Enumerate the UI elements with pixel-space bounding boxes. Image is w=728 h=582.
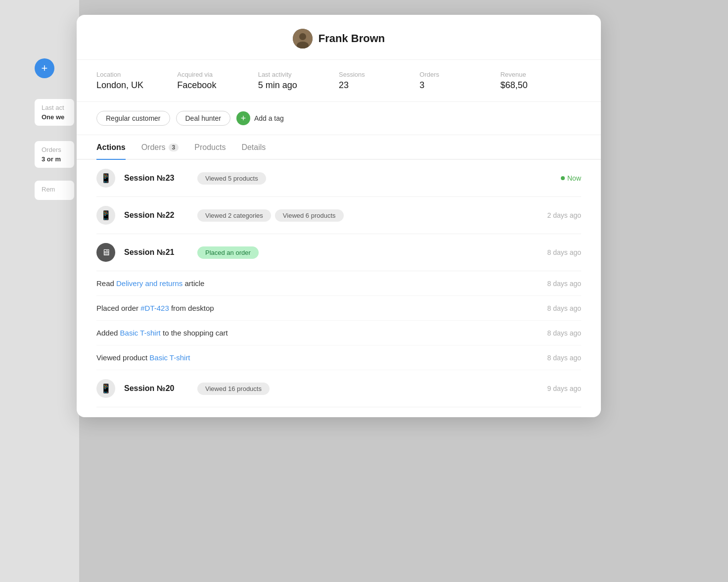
action-row-view: Viewed product Basic T-shirt 8 days ago <box>96 345 581 370</box>
session-22-tags: Viewed 2 categories Viewed 6 products <box>197 209 539 222</box>
session-21-time: 8 days ago <box>547 248 582 256</box>
sessions-value: 23 <box>339 80 419 91</box>
session-22-icon: 📱 <box>96 206 115 225</box>
location-value: London, UK <box>96 80 177 91</box>
stat-revenue: Revenue $68,50 <box>500 71 581 91</box>
cart-link[interactable]: Basic T-shirt <box>120 329 161 337</box>
stat-last-activity: Last activity 5 min ago <box>258 71 339 91</box>
sessions-label: Sessions <box>339 71 419 78</box>
session-21-tag-0: Placed an order <box>197 246 259 259</box>
action-view-time: 8 days ago <box>547 354 582 362</box>
avatar <box>293 29 313 48</box>
sidebar-card2-label: Orders <box>42 146 67 153</box>
action-row-order: Placed order #DT-423 from desktop 8 days… <box>96 296 581 321</box>
session-20-tag-0: Viewed 16 products <box>197 383 270 395</box>
revenue-label: Revenue <box>500 71 581 78</box>
stats-row: Location London, UK Acquired via Faceboo… <box>77 60 601 102</box>
tabs-row: Actions Orders 3 Products Details <box>77 135 601 160</box>
session-23-time: Now <box>561 174 581 182</box>
sessions-list: 📱 Session №23 Viewed 5 products Now 📱 Se… <box>77 160 601 407</box>
acquired-value: Facebook <box>177 80 258 91</box>
stat-acquired: Acquired via Facebook <box>177 71 258 91</box>
action-delivery-text: Read Delivery and returns article <box>96 279 204 288</box>
tab-actions[interactable]: Actions <box>96 135 126 159</box>
session-23-icon: 📱 <box>96 169 115 188</box>
avatar-image <box>293 29 313 48</box>
view-link[interactable]: Basic T-shirt <box>149 353 190 362</box>
session-20-time: 9 days ago <box>547 385 582 392</box>
sidebar-card-1: Last act One we <box>35 99 74 126</box>
last-activity-value: 5 min ago <box>258 80 339 91</box>
action-delivery-time: 8 days ago <box>547 280 582 288</box>
session-20-tags: Viewed 16 products <box>197 383 539 395</box>
stat-sessions: Sessions 23 <box>339 71 419 91</box>
add-tag-button[interactable]: + Add a tag <box>236 111 284 125</box>
orders-value: 3 <box>419 80 500 91</box>
sidebar-panel: + Last act One we Orders 3 or m Rem <box>0 0 79 582</box>
desktop-icon-21: 🖥 <box>101 247 110 258</box>
stat-orders: Orders 3 <box>419 71 500 91</box>
session-23-name: Session №23 <box>124 174 188 183</box>
session-21-tags: Placed an order <box>197 246 539 259</box>
stat-location: Location London, UK <box>96 71 177 91</box>
tags-row: Regular customer Deal hunter + Add a tag <box>77 102 601 135</box>
session-23-tags: Viewed 5 products <box>197 172 552 185</box>
user-name: Frank Brown <box>318 32 385 45</box>
user-header: Frank Brown <box>77 15 601 60</box>
sidebar-card-3: Rem <box>35 181 74 200</box>
session-row-22: 📱 Session №22 Viewed 2 categories Viewed… <box>96 197 581 234</box>
phone-icon-20: 📱 <box>100 383 111 394</box>
session-row-21: 🖥 Session №21 Placed an order 8 days ago <box>96 234 581 271</box>
session-20-icon: 📱 <box>96 379 115 398</box>
action-view-text: Viewed product Basic T-shirt <box>96 353 190 362</box>
action-cart-time: 8 days ago <box>547 329 582 337</box>
last-activity-label: Last activity <box>258 71 339 78</box>
phone-icon-22: 📱 <box>100 210 111 221</box>
orders-label: Orders <box>419 71 500 78</box>
session-23-tag-0: Viewed 5 products <box>197 172 266 185</box>
tab-details[interactable]: Details <box>241 135 266 159</box>
sidebar-card3-label: Rem <box>42 186 67 193</box>
sidebar-card2-value: 3 or m <box>42 155 67 163</box>
sidebar-card1-value: One we <box>42 113 67 121</box>
action-cart-text: Added Basic T-shirt to the shopping cart <box>96 329 228 337</box>
sidebar-card-2: Orders 3 or m <box>35 141 74 168</box>
session-22-time: 2 days ago <box>547 211 582 219</box>
tag-deal-hunter[interactable]: Deal hunter <box>176 111 230 126</box>
action-row-delivery: Read Delivery and returns article 8 days… <box>96 271 581 296</box>
add-button[interactable]: + <box>35 58 54 78</box>
session-22-tag-1: Viewed 6 products <box>275 209 344 222</box>
session-21-name: Session №21 <box>124 248 188 257</box>
tag-regular-customer[interactable]: Regular customer <box>96 111 170 126</box>
acquired-label: Acquired via <box>177 71 258 78</box>
delivery-link[interactable]: Delivery and returns <box>116 279 182 288</box>
location-label: Location <box>96 71 177 78</box>
now-dot <box>561 176 565 180</box>
svg-point-1 <box>299 33 306 40</box>
session-22-tag-0: Viewed 2 categories <box>197 209 271 222</box>
action-order-time: 8 days ago <box>547 304 582 312</box>
tab-orders[interactable]: Orders 3 <box>141 135 179 159</box>
add-tag-label: Add a tag <box>254 114 284 122</box>
main-panel: Frank Brown Location London, UK Acquired… <box>77 15 601 417</box>
session-row-23: 📱 Session №23 Viewed 5 products Now <box>96 160 581 197</box>
order-link[interactable]: #DT-423 <box>140 304 169 312</box>
orders-badge: 3 <box>169 144 179 151</box>
add-tag-icon: + <box>236 111 250 125</box>
action-order-text: Placed order #DT-423 from desktop <box>96 304 214 312</box>
revenue-value: $68,50 <box>500 80 581 91</box>
session-22-name: Session №22 <box>124 211 188 220</box>
session-20-name: Session №20 <box>124 384 188 393</box>
phone-icon-23: 📱 <box>100 173 111 184</box>
session-21-icon: 🖥 <box>96 243 115 262</box>
action-row-cart: Added Basic T-shirt to the shopping cart… <box>96 321 581 345</box>
sidebar-card1-label: Last act <box>42 104 67 111</box>
tab-products[interactable]: Products <box>194 135 226 159</box>
session-row-20: 📱 Session №20 Viewed 16 products 9 days … <box>96 370 581 407</box>
